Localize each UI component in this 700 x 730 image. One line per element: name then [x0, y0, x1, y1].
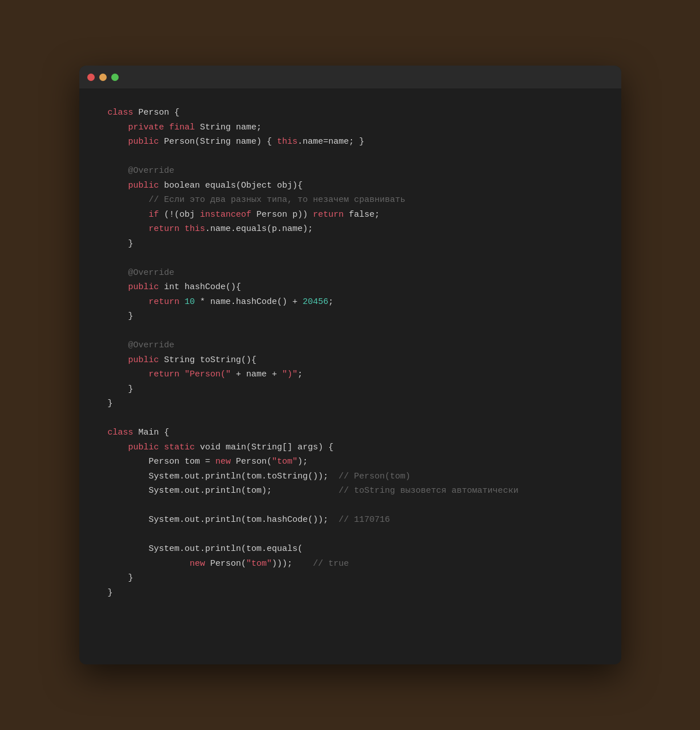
line-24: public static void main(String[] args) { [108, 440, 593, 455]
line-10: } [108, 237, 593, 252]
line-27: System.out.println(tom); // toString выз… [108, 484, 593, 498]
code-window: class Person { private final String name… [79, 66, 621, 664]
maximize-button[interactable] [111, 74, 119, 81]
line-34: } [108, 586, 593, 601]
line-7: // Если это два разных типа, то незачем … [108, 193, 593, 208]
line-18: public String toString(){ [108, 353, 593, 368]
line-31: System.out.println(tom.equals( [108, 542, 593, 557]
blank-2 [108, 251, 593, 266]
line-23: class Main { [108, 425, 593, 440]
blank-3 [108, 324, 593, 339]
blank-4 [108, 411, 593, 426]
line-14: return 10 * name.hashCode() + 20456; [108, 295, 593, 310]
minimize-button[interactable] [99, 74, 107, 81]
line-19: return "Person(" + name + ")"; [108, 367, 593, 382]
line-20: } [108, 382, 593, 397]
line-1: class Person { [108, 106, 593, 120]
line-29: System.out.println(tom.hashCode()); // 1… [108, 513, 593, 528]
blank-5 [108, 498, 593, 513]
close-button[interactable] [87, 74, 95, 81]
line-33: } [108, 571, 593, 586]
blank-1 [108, 149, 593, 164]
line-5: @Override [108, 164, 593, 179]
line-21: } [108, 396, 593, 411]
line-12: @Override [108, 266, 593, 281]
line-8: if (!(obj instanceof Person p)) return f… [108, 208, 593, 222]
line-13: public int hashCode(){ [108, 280, 593, 295]
line-15: } [108, 309, 593, 324]
line-3: public Person(String name) { this.name=n… [108, 135, 593, 149]
code-editor: class Person { private final String name… [79, 88, 621, 623]
line-9: return this.name.equals(p.name); [108, 222, 593, 237]
line-25: Person tom = new Person("tom"); [108, 455, 593, 469]
blank-6 [108, 528, 593, 542]
title-bar [79, 66, 621, 88]
line-32: new Person("tom"))); // true [108, 557, 593, 571]
line-6: public boolean equals(Object obj){ [108, 179, 593, 193]
line-26: System.out.println(tom.toString()); // P… [108, 469, 593, 484]
line-17: @Override [108, 338, 593, 353]
line-2: private final String name; [108, 120, 593, 135]
